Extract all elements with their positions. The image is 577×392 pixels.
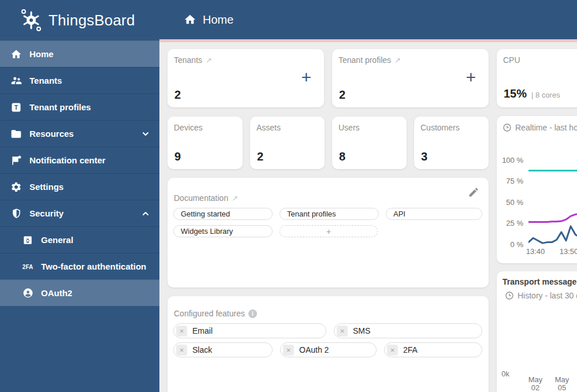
svg-text:2FA: 2FA [23, 264, 33, 270]
transport-messages-card: Transport messages History - last 30 day… [497, 271, 577, 392]
documentation-card-link[interactable]: Documentation ↗ [174, 193, 238, 203]
chip-label: Slack [192, 345, 212, 354]
cpu-card-title: CPU [503, 55, 520, 65]
x-axis-tick: 13:50 [554, 248, 577, 256]
tenants-card: Tenants ↗ + 2 [167, 49, 324, 107]
y-axis-tick: 0 % [497, 240, 523, 249]
remove-icon[interactable]: × [283, 345, 294, 356]
users-card[interactable]: Users 8 [332, 117, 407, 169]
chevron-up-icon[interactable] [141, 209, 150, 218]
external-link-icon: ↗ [232, 194, 238, 203]
y-axis-tick: 50 % [497, 198, 523, 207]
remove-icon[interactable]: × [176, 345, 187, 356]
sidebar-item-home[interactable]: Home [0, 40, 159, 67]
sidebar-item-two-factor-auth[interactable]: 2FA Two-factor authentication [0, 253, 159, 279]
doc-link-tenant-profiles[interactable]: Tenant profiles [280, 208, 379, 220]
customers-count: 3 [421, 150, 427, 163]
sidebar-item-notification-center[interactable]: Notification center [0, 147, 159, 173]
card-title-text: Tenants [174, 55, 202, 65]
chip-label: 2FA [403, 345, 418, 354]
sidebar-item-label: Notification center [29, 155, 106, 165]
clock-icon [505, 291, 514, 300]
sidebar-item-tenant-profiles[interactable]: T Tenant profiles [0, 94, 159, 120]
chart-timewindow[interactable]: Realtime - last hour [502, 123, 577, 132]
logo[interactable]: ThingsBoard [0, 0, 159, 40]
sidebar-item-label: Settings [29, 182, 64, 192]
configured-features-title: Configured features i [174, 309, 257, 318]
sidebar-item-label: General [41, 235, 73, 245]
chip-label: SMS [353, 326, 370, 335]
sidebar-item-settings[interactable]: Settings [0, 173, 159, 200]
sidebar-item-tenants[interactable]: Tenants [0, 67, 159, 94]
cpu-line-chart [528, 156, 577, 249]
tenant-profiles-card-link[interactable]: Tenant profiles ↗ [338, 55, 401, 65]
tenant-profiles-count: 2 [339, 88, 345, 102]
tenants-card-link[interactable]: Tenants ↗ [174, 55, 212, 65]
shield-icon [9, 207, 23, 221]
page-title: Home [203, 13, 233, 27]
dashboard-content: Tenants ↗ + 2 Tenant profiles ↗ + 2 CPU [159, 42, 577, 392]
remove-icon[interactable]: × [387, 345, 398, 356]
documentation-card: Documentation ↗ Getting started Tenant p… [167, 178, 489, 288]
tenants-icon [9, 74, 23, 88]
devices-card[interactable]: Devices 9 [167, 117, 243, 169]
doc-link-api[interactable]: API [386, 208, 482, 220]
feature-chip-sms: × SMS [334, 323, 482, 338]
sidebar-item-oauth2[interactable]: OAuth2 [0, 279, 159, 306]
doc-link-widgets-library[interactable]: Widgets Library [173, 225, 273, 237]
clock-icon [502, 123, 512, 132]
sidebar-item-label: Tenants [29, 76, 62, 85]
assets-card[interactable]: Assets 2 [250, 117, 325, 169]
card-title-text: Customers [420, 123, 460, 132]
sidebar-item-resources[interactable]: Resources [0, 120, 159, 147]
sidebar-item-label: Tenant profiles [29, 102, 91, 112]
x-axis-tick: 13:40 [521, 248, 550, 256]
cpu-usage-value: 15% [504, 87, 527, 100]
timewindow-label: History - last 30 days [518, 291, 577, 300]
y-axis-tick: 25 % [497, 219, 523, 227]
remove-icon[interactable]: × [337, 326, 348, 337]
timewindow-label: Realtime - last hour [515, 123, 577, 132]
app-title: ThingsBoard [49, 12, 135, 29]
sidebar-item-label: Two-factor authentication [41, 262, 146, 271]
card-title-text: Documentation [174, 193, 228, 203]
customers-card[interactable]: Customers 3 [414, 117, 489, 169]
cpu-card: CPU 15% | 8 cores [497, 49, 577, 107]
card-title-text: CPU [503, 55, 520, 65]
sidebar-item-security-general[interactable]: General [0, 226, 159, 253]
add-doc-link-button[interactable]: + [280, 225, 378, 237]
gear-square-icon [21, 233, 35, 247]
info-icon[interactable]: i [248, 309, 257, 318]
sidebar-item-security[interactable]: Security [0, 200, 159, 226]
doc-link-getting-started[interactable]: Getting started [173, 208, 273, 220]
home-icon [9, 47, 23, 61]
notification-flag-icon [9, 154, 23, 167]
thingsboard-app: ThingsBoard Home Tenants T Tenant profil… [0, 0, 577, 392]
add-tenant-profile-button[interactable]: + [466, 69, 476, 86]
thingsboard-logo-icon [18, 8, 44, 33]
progress-bar [159, 39, 577, 42]
card-title-text: Configured features [174, 309, 245, 318]
x-axis-tick: May 02 [521, 376, 550, 392]
chevron-down-icon[interactable] [141, 129, 150, 139]
feature-chip-email: × Email [173, 323, 326, 338]
tenant-profiles-icon: T [9, 100, 23, 114]
cpu-cores-detail: | 8 cores [531, 91, 560, 99]
external-link-icon: ↗ [394, 56, 401, 65]
oauth2-user-badge-icon [21, 286, 35, 300]
cpu-realtime-chart-card: Realtime - last hour 100 % 75 % 50 % 25 … [497, 116, 577, 263]
sidebar-item-label: Resources [29, 129, 74, 139]
x-axis-tick: May 05 [548, 376, 576, 392]
remove-icon[interactable]: × [176, 326, 187, 337]
chart-timewindow[interactable]: History - last 30 days [505, 291, 577, 300]
y-axis-tick: 0k [497, 369, 509, 378]
edit-pencil-icon[interactable] [468, 186, 479, 198]
card-title-text: Devices [174, 123, 203, 132]
y-axis-tick: 100 % [497, 156, 523, 165]
chip-label: Email [192, 326, 213, 335]
chip-label: OAuth 2 [299, 345, 329, 354]
feature-chips: × Email × SMS × Slack × OAuth 2 × 2FA [173, 323, 484, 357]
add-tenant-button[interactable]: + [301, 69, 311, 86]
documentation-links: Getting started Tenant profiles API Widg… [173, 208, 484, 237]
external-link-icon: ↗ [206, 56, 212, 65]
